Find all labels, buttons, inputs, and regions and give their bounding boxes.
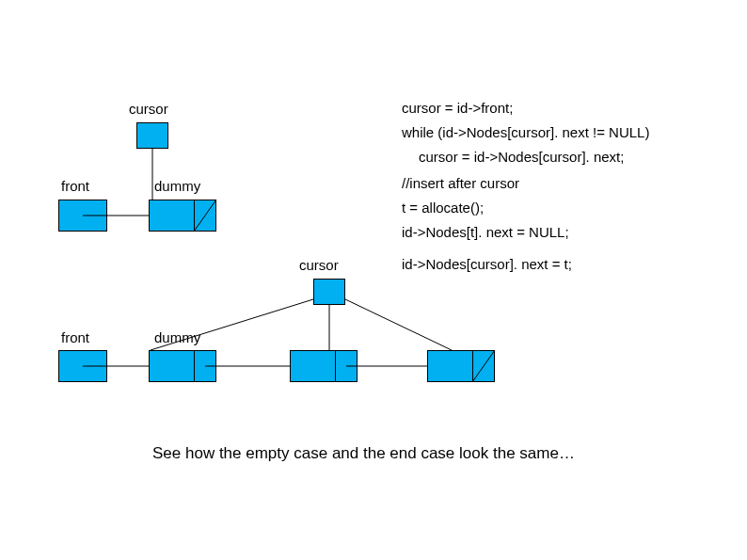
node-cursor-small-2	[313, 279, 345, 305]
code-line-6: id->Nodes[t]. next = NULL;	[402, 224, 569, 240]
code-line-5: t = allocate();	[402, 200, 484, 216]
code-line-7: id->Nodes[cursor]. next = t;	[402, 256, 572, 272]
label-dummy-1: dummy	[154, 178, 200, 194]
node-last	[427, 350, 476, 382]
label-front-1: front	[61, 178, 89, 194]
node-mid	[290, 350, 339, 382]
node-last-next	[472, 350, 495, 382]
code-line-4: //insert after cursor	[402, 175, 519, 191]
connectors	[0, 0, 747, 560]
footer-text: See how the empty case and the end case …	[152, 444, 575, 463]
node-dummy-2-next	[194, 350, 216, 382]
node-dummy-2	[149, 350, 198, 382]
code-line-2: while (id->Nodes[cursor]. next != NULL)	[402, 124, 649, 140]
label-cursor-mid: cursor	[299, 257, 339, 273]
node-mid-next	[335, 350, 358, 382]
code-line-3: cursor = id->Nodes[cursor]. next;	[419, 149, 624, 165]
code-line-1: cursor = id->front;	[402, 100, 513, 116]
label-cursor-top: cursor	[129, 101, 168, 117]
node-front-2	[58, 350, 107, 382]
node-cursor-small-1	[136, 122, 168, 149]
label-front-2: front	[61, 329, 89, 345]
node-front-1	[58, 200, 107, 232]
svg-line-6	[345, 299, 452, 350]
node-dummy-1-next	[194, 200, 216, 232]
label-dummy-2: dummy	[154, 329, 200, 345]
diagram-stage: cursor front dummy cursor front dummy cu…	[0, 0, 747, 560]
